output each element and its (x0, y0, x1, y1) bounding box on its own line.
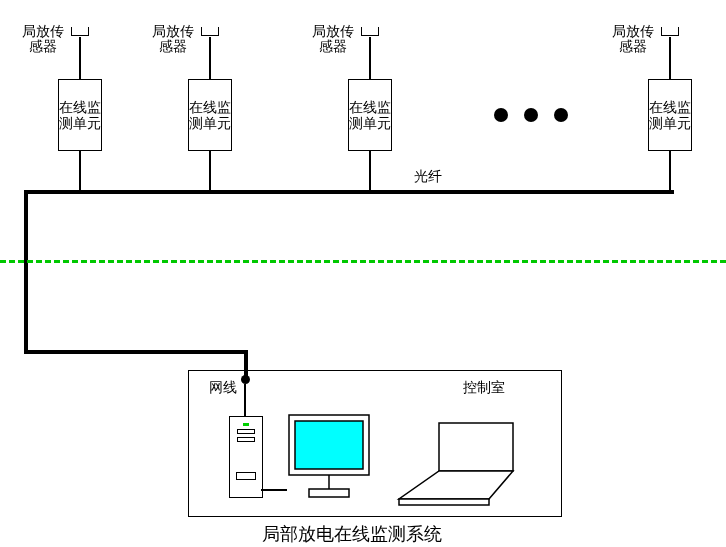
svg-marker-6 (399, 499, 489, 505)
sensor-label-2: 局放传感器 (152, 24, 194, 54)
diagram-canvas: 局放传感器 在线监测单元 局放传感器 在线监测单元 局放传感器 在线监测单元 局… (0, 0, 726, 547)
diagram-title: 局部放电在线监测系统 (262, 522, 442, 546)
lan-label: 网线 (209, 379, 237, 397)
sensor-wire-1 (79, 37, 81, 79)
sensor-wire-4 (669, 37, 671, 79)
lan-node-icon (241, 375, 250, 384)
unit-wire-1 (79, 150, 81, 192)
lan-drop-icon (244, 351, 247, 375)
ellipsis-dot-2 (524, 108, 538, 122)
sensor-label-4: 局放传感器 (612, 24, 654, 54)
pc-cable-icon (261, 489, 287, 491)
control-room-box: 网线 控制室 (188, 370, 562, 517)
unit-label-2: 在线监测单元 (189, 99, 231, 131)
lan-to-tower-icon (244, 384, 246, 416)
monitor-icon (285, 411, 373, 503)
laptop-icon (389, 419, 529, 509)
unit-box-4: 在线监测单元 (648, 79, 692, 151)
svg-marker-4 (439, 423, 513, 471)
ellipsis-dot-1 (494, 108, 508, 122)
unit-box-2: 在线监测单元 (188, 79, 232, 151)
sensor-icon-3 (361, 27, 379, 36)
svg-marker-5 (399, 471, 513, 499)
fiber-bus-to-pc (24, 350, 247, 354)
fiber-label: 光纤 (414, 168, 442, 186)
sensor-label-1: 局放传感器 (22, 24, 64, 54)
control-room-label: 控制室 (463, 379, 505, 397)
unit-box-3: 在线监测单元 (348, 79, 392, 151)
sensor-icon-4 (661, 27, 679, 36)
unit-box-1: 在线监测单元 (58, 79, 102, 151)
ellipsis-dot-3 (554, 108, 568, 122)
svg-rect-3 (309, 489, 349, 497)
sensor-label-3: 局放传感器 (312, 24, 354, 54)
unit-label-4: 在线监测单元 (649, 99, 691, 131)
unit-wire-3 (369, 150, 371, 192)
fiber-bus-horizontal (24, 190, 674, 194)
unit-label-3: 在线监测单元 (349, 99, 391, 131)
unit-label-1: 在线监测单元 (59, 99, 101, 131)
separator-line (0, 260, 726, 263)
fiber-bus-vertical (24, 190, 28, 350)
sensor-icon-2 (201, 27, 219, 36)
sensor-wire-3 (369, 37, 371, 79)
pc-tower-icon (229, 416, 263, 498)
unit-wire-2 (209, 150, 211, 192)
sensor-icon-1 (71, 27, 89, 36)
unit-wire-4 (669, 150, 671, 192)
sensor-wire-2 (209, 37, 211, 79)
svg-rect-1 (295, 421, 363, 469)
